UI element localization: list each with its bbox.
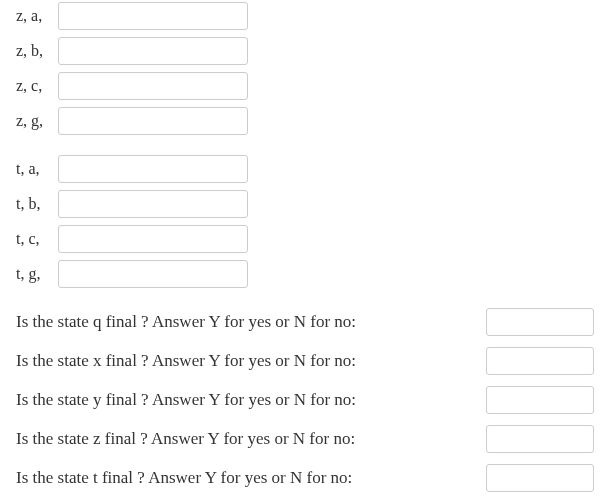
row-t-c: t, c, xyxy=(16,225,594,253)
question-row-q: Is the state q final ? Answer Y for yes … xyxy=(16,308,594,336)
form-container: z, a, z, b, z, c, z, g, t, a, t, b, t, c… xyxy=(0,0,610,503)
input-final-z[interactable] xyxy=(486,425,594,453)
input-z-b[interactable] xyxy=(58,37,248,65)
row-t-g: t, g, xyxy=(16,260,594,288)
input-final-t[interactable] xyxy=(486,464,594,492)
group-t: t, a, t, b, t, c, t, g, xyxy=(16,155,594,288)
row-t-a: t, a, xyxy=(16,155,594,183)
question-row-z: Is the state z final ? Answer Y for yes … xyxy=(16,425,594,453)
question-label-t: Is the state t final ? Answer Y for yes … xyxy=(16,468,486,488)
input-z-g[interactable] xyxy=(58,107,248,135)
label-t-a: t, a, xyxy=(16,160,58,178)
question-row-t: Is the state t final ? Answer Y for yes … xyxy=(16,464,594,492)
input-t-c[interactable] xyxy=(58,225,248,253)
input-t-b[interactable] xyxy=(58,190,248,218)
row-z-b: z, b, xyxy=(16,37,594,65)
group-questions: Is the state q final ? Answer Y for yes … xyxy=(16,308,594,492)
label-t-c: t, c, xyxy=(16,230,58,248)
question-row-x: Is the state x final ? Answer Y for yes … xyxy=(16,347,594,375)
input-final-q[interactable] xyxy=(486,308,594,336)
question-label-z: Is the state z final ? Answer Y for yes … xyxy=(16,429,486,449)
label-t-b: t, b, xyxy=(16,195,58,213)
input-t-g[interactable] xyxy=(58,260,248,288)
input-final-x[interactable] xyxy=(486,347,594,375)
question-row-y: Is the state y final ? Answer Y for yes … xyxy=(16,386,594,414)
row-t-b: t, b, xyxy=(16,190,594,218)
label-z-g: z, g, xyxy=(16,112,58,130)
label-t-g: t, g, xyxy=(16,265,58,283)
row-z-c: z, c, xyxy=(16,72,594,100)
question-label-q: Is the state q final ? Answer Y for yes … xyxy=(16,312,486,332)
input-final-y[interactable] xyxy=(486,386,594,414)
label-z-a: z, a, xyxy=(16,7,58,25)
input-t-a[interactable] xyxy=(58,155,248,183)
input-z-a[interactable] xyxy=(58,2,248,30)
label-z-c: z, c, xyxy=(16,77,58,95)
question-label-x: Is the state x final ? Answer Y for yes … xyxy=(16,351,486,371)
row-z-g: z, g, xyxy=(16,107,594,135)
group-z: z, a, z, b, z, c, z, g, xyxy=(16,2,594,135)
label-z-b: z, b, xyxy=(16,42,58,60)
question-label-y: Is the state y final ? Answer Y for yes … xyxy=(16,390,486,410)
row-z-a: z, a, xyxy=(16,2,594,30)
input-z-c[interactable] xyxy=(58,72,248,100)
